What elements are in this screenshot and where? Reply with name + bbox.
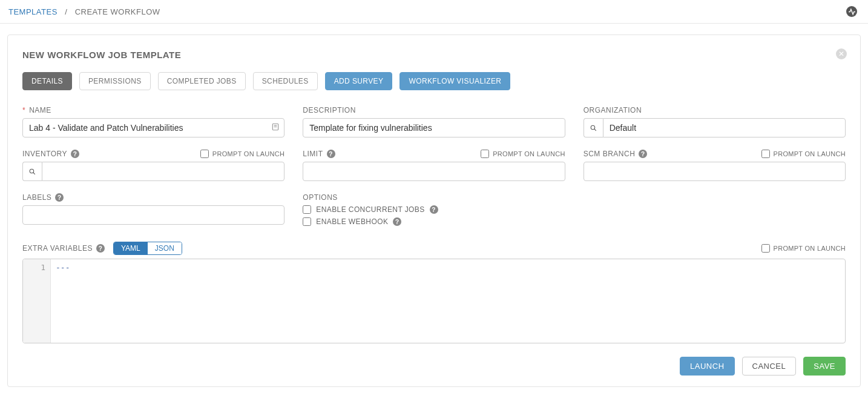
organization-label: ORGANIZATION — [584, 106, 642, 114]
yaml-json-toggle[interactable]: YAML JSON — [113, 242, 182, 255]
help-icon[interactable]: ? — [327, 150, 335, 158]
help-icon[interactable]: ? — [71, 150, 79, 158]
field-scm-branch: SCM BRANCH ? PROMPT ON LAUNCH — [584, 150, 846, 181]
field-limit: LIMIT ? PROMPT ON LAUNCH — [303, 150, 565, 181]
tab-completed-jobs[interactable]: COMPLETED JOBS — [158, 72, 246, 90]
breadcrumb-root[interactable]: TEMPLATES — [8, 7, 58, 16]
description-input[interactable] — [303, 118, 565, 137]
scm-branch-label: SCM BRANCH — [584, 150, 636, 158]
breadcrumb-current: CREATE WORKFLOW — [75, 7, 160, 16]
toggle-yaml[interactable]: YAML — [114, 242, 148, 254]
svg-point-3 — [591, 125, 595, 130]
options-label: OPTIONS — [303, 193, 338, 202]
tab-details[interactable]: DETAILS — [22, 72, 72, 90]
inventory-label: INVENTORY — [22, 150, 67, 158]
inventory-search-button[interactable] — [22, 162, 42, 181]
form-grid: * NAME DESCRIPTION — [22, 106, 846, 226]
limit-input[interactable] — [303, 162, 565, 181]
toggle-json[interactable]: JSON — [148, 242, 182, 254]
card-title: NEW WORKFLOW JOB TEMPLATE — [22, 50, 846, 60]
inventory-prompt-checkbox[interactable] — [200, 150, 209, 158]
tab-workflow-visualizer[interactable]: WORKFLOW VISUALIZER — [399, 72, 510, 90]
limit-label: LIMIT — [303, 150, 323, 158]
limit-prompt[interactable]: PROMPT ON LAUNCH — [481, 150, 565, 158]
organization-search-button[interactable] — [584, 118, 603, 137]
extra-vars-label: EXTRA VARIABLES — [22, 244, 93, 253]
help-icon[interactable]: ? — [430, 205, 438, 214]
save-button[interactable]: SAVE — [803, 357, 846, 376]
name-input[interactable] — [22, 118, 284, 137]
line-number: 1 — [23, 263, 45, 272]
field-options: OPTIONS ENABLE CONCURRENT JOBS ? ENABLE … — [303, 193, 565, 226]
action-bar: LAUNCH CANCEL SAVE — [22, 357, 846, 376]
description-label: DESCRIPTION — [303, 106, 356, 114]
help-icon[interactable]: ? — [393, 217, 401, 226]
contact-icon — [271, 123, 280, 133]
concurrent-checkbox[interactable] — [303, 205, 311, 214]
scm-branch-prompt[interactable]: PROMPT ON LAUNCH — [761, 150, 846, 158]
webhook-checkbox[interactable] — [303, 217, 311, 226]
svg-line-6 — [33, 172, 35, 174]
organization-input[interactable] — [603, 118, 846, 137]
extra-vars-prompt[interactable]: PROMPT ON LAUNCH — [761, 244, 846, 253]
labels-input[interactable] — [22, 205, 284, 225]
field-description: DESCRIPTION — [303, 106, 565, 137]
limit-prompt-checkbox[interactable] — [481, 150, 489, 158]
field-labels: LABELS ? — [22, 193, 284, 226]
svg-point-5 — [30, 169, 34, 173]
tab-permissions[interactable]: PERMISSIONS — [79, 72, 151, 90]
required-marker: * — [22, 106, 25, 114]
activity-stream-icon[interactable] — [846, 6, 857, 17]
field-inventory: INVENTORY ? PROMPT ON LAUNCH — [22, 150, 284, 181]
breadcrumb: TEMPLATES / CREATE WORKFLOW — [8, 7, 160, 16]
field-name: * NAME — [22, 106, 284, 137]
workflow-template-card: NEW WORKFLOW JOB TEMPLATE ✕ DETAILS PERM… — [7, 35, 861, 387]
tab-schedules[interactable]: SCHEDULES — [253, 72, 318, 90]
extra-vars-prompt-checkbox[interactable] — [761, 244, 770, 253]
extra-vars-editor[interactable]: 1 --- — [22, 259, 846, 343]
tab-add-survey[interactable]: ADD SURVEY — [325, 72, 393, 90]
option-webhook[interactable]: ENABLE WEBHOOK ? — [303, 217, 565, 226]
option-concurrent[interactable]: ENABLE CONCURRENT JOBS ? — [303, 205, 565, 214]
scm-branch-prompt-checkbox[interactable] — [761, 150, 770, 158]
launch-button[interactable]: LAUNCH — [680, 357, 734, 376]
help-icon[interactable]: ? — [96, 244, 105, 253]
help-icon[interactable]: ? — [639, 150, 647, 158]
inventory-prompt[interactable]: PROMPT ON LAUNCH — [200, 150, 285, 158]
breadcrumb-separator: / — [65, 7, 67, 16]
svg-line-4 — [594, 128, 596, 130]
cancel-button[interactable]: CANCEL — [742, 357, 797, 376]
tabs: DETAILS PERMISSIONS COMPLETED JOBS SCHED… — [22, 72, 846, 90]
top-bar: TEMPLATES / CREATE WORKFLOW — [0, 0, 868, 24]
labels-label: LABELS — [22, 193, 51, 202]
inventory-input[interactable] — [42, 162, 284, 181]
close-icon[interactable]: ✕ — [836, 48, 847, 59]
name-label: NAME — [29, 106, 51, 114]
scm-branch-input[interactable] — [584, 162, 846, 181]
help-icon[interactable]: ? — [55, 193, 64, 202]
field-organization: ORGANIZATION — [584, 106, 846, 137]
field-empty — [584, 193, 846, 226]
extra-vars-header: EXTRA VARIABLES ? YAML JSON PROMPT ON LA… — [22, 242, 846, 255]
editor-content[interactable]: --- — [51, 259, 845, 343]
editor-gutter: 1 — [23, 259, 51, 343]
